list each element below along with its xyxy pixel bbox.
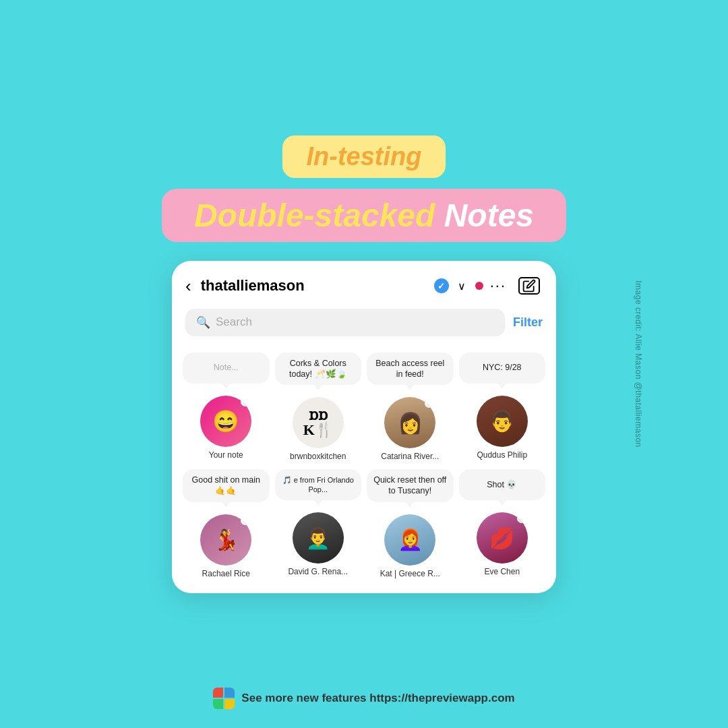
avatar-quddus: 👨 xyxy=(477,396,528,447)
double-stacked-title: Double-stacked Notes xyxy=(194,198,534,233)
search-container: 🔍 Search Filter xyxy=(172,303,556,344)
edit-pencil-icon xyxy=(522,279,536,293)
avatar-your-note: 😄 xyxy=(200,396,251,447)
back-arrow-icon[interactable]: ‹ xyxy=(185,276,191,297)
username-david: David G. Rena... xyxy=(288,567,348,576)
avatar-dot-your-note xyxy=(241,397,250,406)
side-credit: Image credit: Allie Mason @thatalliemaso… xyxy=(633,280,642,447)
avatar-kat: 👩‍🦰 xyxy=(384,514,435,566)
search-bar[interactable]: 🔍 Search xyxy=(185,309,505,336)
username-quddus: Quddus Philip xyxy=(477,450,527,460)
note-bubble-kat: Quick reset then off to Tuscany! xyxy=(367,469,454,502)
note-text-brwnbox: Corks & Colors today! 🥂🌿🍃 xyxy=(282,358,355,380)
note-item-kat[interactable]: Quick reset then off to Tuscany! 👩‍🦰 Kat… xyxy=(364,465,456,582)
note-item-your-note[interactable]: Note... 😄 Your note xyxy=(180,348,272,466)
avatar-dot-eve xyxy=(517,514,526,523)
double-stacked-white: Notes xyxy=(444,198,534,233)
notes-grid: Note... 😄 Your note Corks & Colors today… xyxy=(172,344,556,593)
ig-username: thatalliemason xyxy=(201,277,424,295)
note-text-quddus: NYC: 9/28 xyxy=(483,362,522,373)
avatar-catarina: 👩 xyxy=(384,397,435,448)
username-kat: Kat | Greece R... xyxy=(380,569,440,578)
note-bubble-catarina: Beach access reel in feed! xyxy=(367,353,454,386)
note-text-rachael: Good shit on main 🤙🤙 xyxy=(189,475,263,497)
footer: See more new features https://thepreview… xyxy=(0,688,728,709)
note-text-david: 🎵 e from Fri Orlando Pop... xyxy=(282,475,355,495)
note-bubble-rachael: Good shit on main 🤙🤙 xyxy=(183,469,270,502)
search-icon: 🔍 xyxy=(196,315,210,330)
avatar-david: 👨‍🦱 xyxy=(293,512,344,564)
search-row: 🔍 Search Filter xyxy=(185,309,543,336)
footer-text: See more new features https://thepreview… xyxy=(241,692,514,705)
username-your-note: Your note xyxy=(209,450,243,460)
footer-logo xyxy=(213,688,235,709)
filter-button[interactable]: Filter xyxy=(513,315,543,330)
note-text-eve: Shot 💀 xyxy=(487,479,517,490)
in-testing-text: In-testing xyxy=(307,142,422,171)
avatar-dot-catarina xyxy=(425,398,434,408)
username-catarina: Catarina River... xyxy=(381,452,439,461)
ig-header-icons: ··· xyxy=(490,277,540,295)
avatar-eve: 💋 xyxy=(477,512,528,564)
more-options-icon[interactable]: ··· xyxy=(490,277,506,295)
note-bubble-brwnbox: Corks & Colors today! 🥂🌿🍃 xyxy=(275,353,362,386)
note-bubble-david: 🎵 e from Fri Orlando Pop... xyxy=(275,469,362,500)
header-section: In-testing Double-stacked Notes xyxy=(162,135,566,242)
note-text-kat: Quick reset then off to Tuscany! xyxy=(373,475,447,497)
double-stacked-yellow: Double-stacked xyxy=(194,198,435,233)
avatar-brwnbox: ɒɒ K🍴 xyxy=(293,397,344,448)
edit-icon[interactable] xyxy=(518,277,540,295)
note-text-catarina: Beach access reel in feed! xyxy=(373,358,447,380)
live-dot xyxy=(475,282,483,290)
phone-mockup: ‹ thatalliemason ∨ ··· 🔍 Search Filter xyxy=(172,261,556,593)
note-item-quddus[interactable]: NYC: 9/28 👨 Quddus Philip xyxy=(456,348,549,466)
note-item-david[interactable]: 🎵 e from Fri Orlando Pop... 👨‍🦱 David G.… xyxy=(272,465,365,582)
username-brwnbox: brwnboxkitchen xyxy=(290,452,346,461)
note-bubble-eve: Shot 💀 xyxy=(459,469,546,500)
double-stacked-badge: Double-stacked Notes xyxy=(162,189,566,242)
verified-icon xyxy=(434,278,449,293)
avatar-dot-rachael xyxy=(241,516,250,525)
dropdown-icon[interactable]: ∨ xyxy=(458,280,466,293)
search-placeholder-text: Search xyxy=(216,315,252,329)
ig-header: ‹ thatalliemason ∨ ··· xyxy=(172,261,556,303)
in-testing-badge: In-testing xyxy=(282,135,446,178)
note-text-your-note: Note... xyxy=(214,362,239,373)
note-item-brwnbox[interactable]: Corks & Colors today! 🥂🌿🍃 ɒɒ K🍴 brwnboxk… xyxy=(272,348,365,466)
note-item-catarina[interactable]: Beach access reel in feed! 👩 Catarina Ri… xyxy=(364,348,456,466)
username-rachael: Rachael Rice xyxy=(202,569,250,578)
note-item-rachael[interactable]: Good shit on main 🤙🤙 💃 Rachael Rice xyxy=(180,465,272,582)
avatar-rachael: 💃 xyxy=(200,514,251,566)
note-bubble-your-note: Note... xyxy=(183,353,270,384)
username-eve: Eve Chen xyxy=(484,567,520,576)
note-bubble-quddus: NYC: 9/28 xyxy=(459,353,546,384)
note-item-eve[interactable]: Shot 💀 💋 Eve Chen xyxy=(456,465,549,582)
